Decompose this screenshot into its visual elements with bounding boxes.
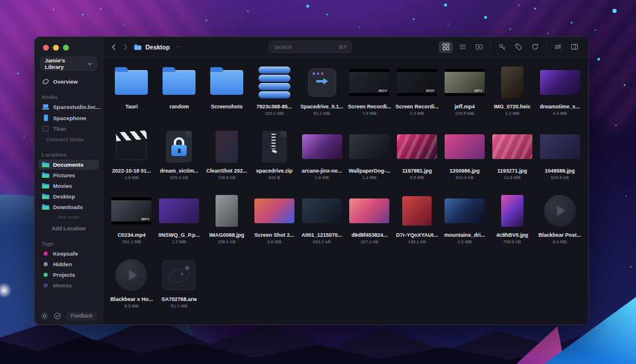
refresh-button[interactable] [528,41,542,53]
sidebar-item-memes[interactable]: Memes [38,280,99,290]
app-installer-icon [308,68,336,97]
sidebar-item-downloads[interactable]: Downloads [38,202,99,212]
database-disc [259,75,290,82]
minimize-button[interactable] [53,45,59,51]
sidebar-item-spacestudio-loc[interactable]: Spacestudio.loc... [38,102,99,112]
sidebar-item-hidden[interactable]: Hidden [38,259,99,269]
file-item[interactable]: random [155,63,203,127]
spacedrive-window: Jamie's Library Overview NodesSpacestudi… [34,37,589,325]
file-item[interactable]: dream_victim...820.3 kB [155,127,203,191]
file-thumbnail [501,191,524,230]
tag-button[interactable] [511,41,525,53]
sidebar-item-see-more[interactable]: See more [38,213,99,221]
file-item[interactable]: 1193271.jpg12.8 MB [488,127,536,191]
sidebar-item-projects[interactable]: Projects [38,270,99,280]
lock-keyhole [178,148,181,153]
file-item[interactable]: WallpaperDog-...1.2 MB [346,127,393,191]
file-item[interactable]: 4c8hBV0.jpg706.8 kB [488,191,536,256]
media-view-button[interactable] [472,41,486,53]
file-item[interactable]: Screen Shot 2...3.6 MB [250,191,298,256]
file-thumbnail [308,63,336,102]
file-name: 7923c368-85... [257,104,293,110]
sidebar-item-connect-node[interactable]: Connect Node [38,134,99,144]
back-button[interactable] [110,44,117,51]
file-thumbnail [501,63,524,102]
feedback-button[interactable]: Feedback [67,312,97,320]
sidebar-item-label: Hidden [53,261,72,267]
file-item[interactable]: Blackbear x Ho...8.3 MB [108,256,155,320]
sidebar-item-pictures[interactable]: Pictures [38,170,99,180]
grid-view-button[interactable] [439,41,453,53]
file-item[interactable]: Screenshots [203,63,251,127]
file-item[interactable]: Blackbear Post...6.4 MB [536,191,584,256]
file-item[interactable]: d9d8f453824...337.2 kB [346,191,393,256]
file-thumbnail [115,256,147,294]
search-shortcut: ⌘F [339,44,347,50]
clapper-stripes [116,130,147,141]
zoom-button[interactable] [63,45,69,51]
breadcrumb[interactable]: Desktop [134,44,170,51]
panel-button[interactable] [567,41,581,53]
file-item[interactable]: D7r-YQoXYAUt...165.2 kB [393,191,441,256]
sidebar-item-label: See more [58,214,79,220]
sidebar-item-documents[interactable]: Documents [38,160,99,170]
sidebar-item-spacephone[interactable]: Spacephone [38,112,99,123]
sidebar-item-label: Spacephone [53,115,87,121]
file-item[interactable]: 1049586.jpg820.8 kB [536,127,584,191]
file-item[interactable]: MOVScreen Recordi...2.4 MB [393,63,441,127]
search-input[interactable]: Search ⌘F [269,41,352,53]
sidebar-item-desktop[interactable]: Desktop [38,191,99,201]
laptop-icon [42,104,49,110]
more-options-button[interactable]: ⋯ [175,43,182,51]
file-thumbnail [540,127,580,166]
sidebar-item-titan[interactable]: Titan [38,124,99,134]
file-item[interactable]: SA702768.arw51.1 MB [155,256,203,320]
file-item[interactable]: mountains_dri...2.0 MB [441,191,489,256]
file-size: 105.2 MB [265,111,284,116]
file-item[interactable]: 2022-10-18 01...2.6 MB [108,127,155,191]
file-item[interactable]: 0NSWQ_G_P.p...1.2 MB [155,191,203,256]
file-size: 256.0 kB [218,239,236,244]
toolbar-divider [546,43,546,51]
file-item[interactable]: CleanShot 202...748.8 kB [203,127,251,191]
file-name: jeff.mp4 [455,104,475,110]
file-item[interactable]: arcane-jinx-ne...1.8 MB [298,127,346,191]
sidebar-item-keepsafe[interactable]: Keepsafe [38,249,99,259]
file-name: IMG_0720.heic [494,104,531,110]
file-item[interactable]: MP4C0234.mp4302.1 MB [108,191,155,256]
sidebar-item-movies[interactable]: Movies [38,181,99,191]
file-size: 7.8 MB [362,111,376,116]
settings-button[interactable] [41,312,48,320]
sidebar-item-overview[interactable]: Overview [38,77,99,87]
file-size: 4.4 MB [553,111,567,116]
close-button[interactable] [43,45,49,51]
forward-button[interactable] [122,44,129,51]
file-thumbnail [544,191,576,230]
background-rocks [0,322,636,364]
encrypted-file-icon [166,131,192,163]
file-item[interactable]: MOVScreen Recordi...7.8 MB [346,63,393,127]
file-item[interactable]: IMG_0720.heic1.3 MB [488,63,536,127]
key-button[interactable] [495,41,509,53]
sidebar-item-add-location[interactable]: Add Location [38,224,99,233]
section-title-nodes: Nodes [42,94,95,100]
file-name: CleanShot 202... [206,168,247,174]
file-item[interactable]: 1197981.jpg8.5 MB [393,127,441,191]
file-item[interactable]: 7923c368-85...105.2 MB [250,63,298,127]
play-triangle [557,206,565,216]
list-view-button[interactable] [455,41,469,53]
video-thumbnail: MOV [349,69,389,96]
file-item[interactable]: 1200986.jpg814.0 kB [441,127,489,191]
filters-button[interactable] [551,41,565,53]
file-item[interactable]: Tauri [108,63,155,127]
file-item[interactable]: MP4jeff.mp4229.5 MB [441,63,489,127]
file-item[interactable]: dreamstime_x...4.4 MB [536,63,584,127]
jobs-button[interactable] [54,312,61,320]
file-item[interactable]: IMAG0068.jpg256.0 kB [203,191,251,256]
file-item[interactable]: Spacedrive_0.1...62.2 MB [298,63,346,127]
zipper-pull [271,150,277,153]
library-switcher[interactable]: Jamie's Library [40,57,97,71]
file-item[interactable]: spacedrive.zip623 B [250,127,298,191]
file-item[interactable]: A001_1215070...683.2 kB [298,191,346,256]
file-name: random [170,104,189,110]
